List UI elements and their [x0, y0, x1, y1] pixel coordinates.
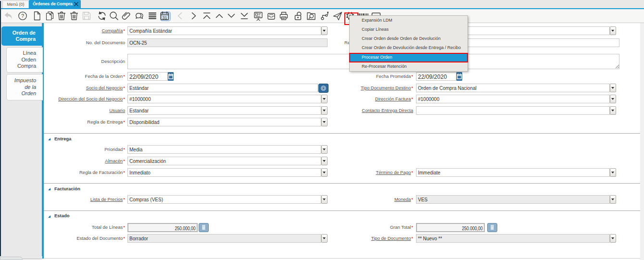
svg-text:?: ?	[21, 13, 24, 19]
svg-text:31: 31	[163, 15, 167, 20]
